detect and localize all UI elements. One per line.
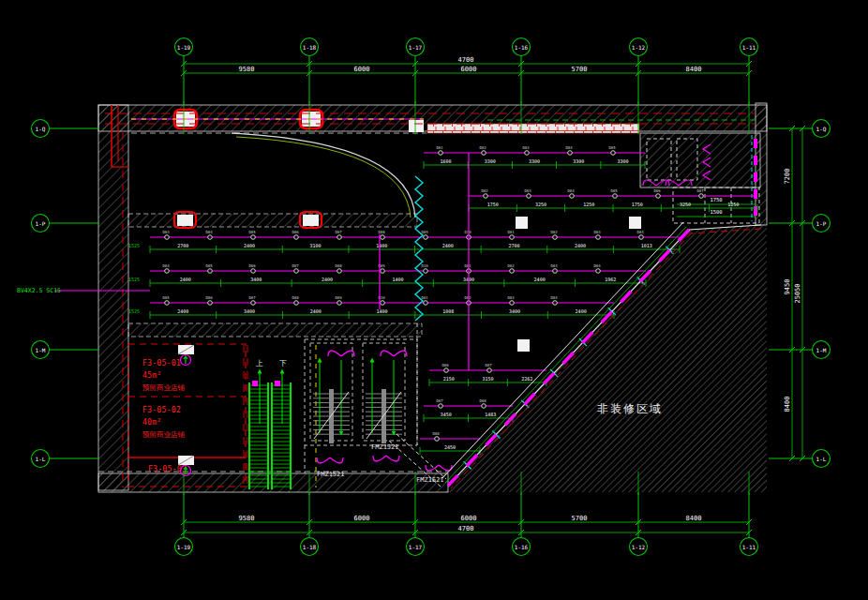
svg-text:3300: 3300 [573,158,584,164]
dim-right: 9450 [784,279,791,295]
svg-text:3300: 3300 [529,158,540,164]
svg-text:1250: 1250 [583,202,594,207]
room-dim: 1750 [710,197,722,202]
dim-bottom: 9580 [239,515,255,522]
svg-text:2400: 2400 [576,308,587,314]
room-id: F3-05-02 [142,405,181,414]
svg-text:D08: D08 [335,263,342,268]
svg-text:D07: D07 [485,363,492,368]
svg-text:3300: 3300 [485,158,496,164]
room-id: F3-05-01 [142,358,181,368]
svg-text:D07: D07 [335,230,342,234]
cad-viewport[interactable]: 非装修区域 [0,0,868,600]
svg-text:2400: 2400 [177,308,188,314]
dim-top-overall: 4700 [458,56,474,64]
svg-text:D04: D04 [565,145,573,150]
dim-right-overall: 25050 [794,283,801,303]
svg-text:D01: D01 [421,295,428,300]
svg-text:D05: D05 [610,188,618,193]
dim-bottom: 5700 [572,515,588,522]
dim-right: 8400 [784,397,791,412]
svg-text:D03: D03 [524,188,531,193]
dim-top: 9580 [239,66,255,73]
svg-text:1013: 1013 [641,243,652,248]
svg-text:1483: 1483 [485,412,496,417]
svg-text:D08: D08 [432,431,440,436]
svg-text:D08: D08 [292,295,299,300]
svg-text:2700: 2700 [177,243,188,248]
svg-text:D06: D06 [248,263,256,268]
svg-text:1525: 1525 [128,308,140,314]
svg-text:2400: 2400 [310,308,322,314]
dim-top: 5700 [572,66,588,73]
svg-text:D07: D07 [696,188,704,193]
svg-text:D02: D02 [550,230,558,234]
svg-text:1-16: 1-16 [515,544,529,550]
svg-text:1-17: 1-17 [409,44,423,51]
curved-wall [232,133,415,218]
dim-right: 7200 [784,169,791,185]
brick-wall-band [427,124,639,133]
dim-bottom: 6000 [354,515,370,522]
svg-text:D03: D03 [162,230,170,234]
svg-text:1-L: 1-L [36,456,46,462]
svg-text:1-18: 1-18 [303,544,317,550]
svg-text:D07: D07 [248,295,256,300]
svg-text:3400: 3400 [509,308,520,314]
svg-text:1525: 1525 [128,277,140,282]
svg-text:1750: 1750 [487,202,499,207]
svg-text:1-M: 1-M [36,347,46,353]
svg-text:D05: D05 [162,295,170,300]
svg-text:D08: D08 [479,398,486,403]
svg-text:D04: D04 [550,295,558,300]
svg-text:1-18: 1-18 [303,44,317,51]
svg-text:2262: 2262 [521,376,532,382]
svg-text:D07: D07 [436,398,443,403]
svg-text:1600: 1600 [441,158,452,164]
svg-text:D02: D02 [464,295,471,300]
cable-note-label: BV4X2.5 SC15 [17,287,61,294]
svg-text:D08: D08 [378,230,385,234]
svg-text:2400: 2400 [442,243,454,248]
svg-text:1008: 1008 [442,308,454,314]
svg-text:D10: D10 [421,263,428,268]
svg-text:2150: 2150 [443,376,455,382]
svg-text:2400: 2400 [180,277,191,282]
svg-text:1-17: 1-17 [409,544,423,550]
svg-text:1-12: 1-12 [632,44,646,51]
svg-text:D01: D01 [507,230,515,234]
svg-text:3300: 3300 [617,158,628,164]
svg-text:1-M: 1-M [816,347,827,353]
svg-text:D03: D03 [507,295,515,300]
svg-text:1750: 1750 [632,202,643,207]
svg-text:1400: 1400 [376,308,387,314]
dim-top: 6000 [354,66,370,73]
svg-text:D03: D03 [550,263,558,268]
svg-text:1250: 1250 [727,202,739,207]
svg-text:D04: D04 [636,230,644,234]
svg-text:1400: 1400 [392,277,403,282]
room-dim: 1500 [710,209,722,215]
non-renovation-label: 非装修区域 [597,402,663,415]
svg-text:D03: D03 [593,230,601,234]
svg-text:D01: D01 [436,145,443,150]
svg-text:1-19: 1-19 [177,44,191,51]
dim-bottom-overall: 4700 [458,525,474,532]
svg-text:D09: D09 [421,230,428,234]
room-desc: 预留商业店铺 [142,383,186,392]
svg-text:D02: D02 [481,188,488,193]
svg-text:2700: 2700 [508,243,519,248]
svg-text:D02: D02 [479,145,486,150]
svg-text:D05: D05 [608,145,616,150]
svg-text:1-L: 1-L [816,456,827,462]
svg-text:2450: 2450 [444,444,456,450]
svg-text:D06: D06 [441,363,449,368]
room-area: 45m² [142,370,161,380]
svg-text:1525: 1525 [128,243,140,248]
svg-text:3400: 3400 [244,308,255,314]
svg-text:1-16: 1-16 [515,44,529,51]
svg-text:2400: 2400 [244,243,255,248]
escalator-down-label: 下 [279,359,287,368]
stairwell-outline [305,323,446,487]
dim-bottom: 6000 [461,515,477,522]
